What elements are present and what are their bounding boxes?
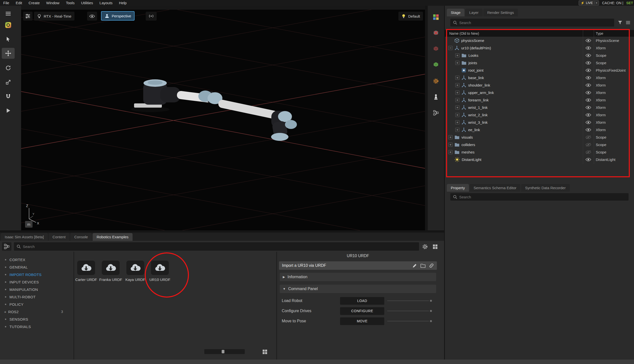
- visibility-menu-button[interactable]: [87, 12, 97, 20]
- tree-row[interactable]: +jointsScope: [445, 59, 634, 66]
- asset-kaya-urdf[interactable]: Kaya URDF: [122, 260, 149, 282]
- prim-name[interactable]: ee_link: [468, 128, 480, 132]
- examples-search[interactable]: [14, 242, 419, 251]
- assets-library-button[interactable]: [430, 12, 442, 22]
- tab-layer[interactable]: Layer: [465, 9, 483, 16]
- category-input-devices[interactable]: INPUT DEVICES: [0, 278, 74, 286]
- physics-cube-button[interactable]: [430, 44, 442, 54]
- tree-row[interactable]: +ee_linkXform: [445, 126, 634, 134]
- link-icon[interactable]: [429, 263, 434, 268]
- renderer-selector[interactable]: RTX - Real-Time: [34, 12, 75, 20]
- tab-isaac-sim-assets-beta-[interactable]: Isaac Sim Assets [Beta]: [1, 233, 48, 241]
- move-button[interactable]: MOVE: [340, 318, 384, 325]
- collapse-toggle[interactable]: −: [448, 46, 453, 50]
- prim-name[interactable]: shoulder_link: [468, 83, 490, 87]
- expand-toggle[interactable]: +: [455, 61, 460, 65]
- expand-toggle[interactable]: +: [448, 142, 453, 147]
- camera-selector[interactable]: Perspective: [101, 11, 135, 20]
- omniverse-apps-button[interactable]: [2, 20, 15, 30]
- simulation-pawn-button[interactable]: [430, 92, 442, 102]
- expand-toggle[interactable]: +: [448, 150, 453, 154]
- tab-synthetic-data-recorder[interactable]: Synthetic Data Recorder: [521, 184, 569, 192]
- category-tutorials[interactable]: TUTORIALS: [0, 323, 74, 330]
- open-folder-icon[interactable]: [420, 263, 426, 268]
- tab-semantics-schema-editor[interactable]: Semantics Schema Editor: [470, 184, 521, 192]
- menu-create[interactable]: Create: [25, 1, 43, 5]
- menu-help[interactable]: Help: [116, 1, 130, 5]
- visibility-toggle[interactable]: [583, 54, 594, 57]
- delete-prim-button[interactable]: [430, 28, 442, 38]
- visibility-toggle[interactable]: [583, 83, 594, 87]
- tree-row[interactable]: +visualsScope: [445, 134, 634, 141]
- tree-row[interactable]: +collidersScope: [445, 141, 634, 148]
- prim-name[interactable]: wrist_3_link: [468, 120, 488, 124]
- category-cortex[interactable]: CORTEX: [0, 256, 74, 263]
- prim-name[interactable]: wrist_2_link: [468, 113, 488, 117]
- scale-tool-button[interactable]: [2, 76, 15, 88]
- tree-row[interactable]: root_jointPhysicsFixedJoint: [445, 66, 634, 74]
- prim-name[interactable]: upper_arm_link: [468, 90, 494, 95]
- select-tool-button[interactable]: [2, 34, 15, 45]
- filter-icon[interactable]: [618, 20, 622, 25]
- prim-name[interactable]: forearm_link: [468, 98, 489, 102]
- edit-icon[interactable]: [412, 263, 417, 268]
- expand-toggle[interactable]: +: [455, 106, 460, 110]
- play-tool-button[interactable]: [2, 105, 15, 116]
- tree-row[interactable]: DistantLightDistantLight: [445, 156, 634, 163]
- prim-name[interactable]: visuals: [462, 135, 473, 139]
- column-name[interactable]: Name (Old to New): [445, 32, 583, 36]
- prim-name[interactable]: physicsScene: [461, 38, 484, 43]
- list-view-icon[interactable]: [625, 20, 630, 25]
- tree-row[interactable]: +upper_arm_linkXform: [445, 89, 634, 96]
- asset-franka-urdf[interactable]: Franka URDF: [97, 260, 124, 282]
- asset-ur10-urdf[interactable]: UR10 URDF: [146, 260, 173, 282]
- browser-options-button[interactable]: [2, 242, 12, 251]
- visibility-toggle[interactable]: [583, 113, 594, 117]
- tree-row[interactable]: +meshesScope: [445, 148, 634, 156]
- tree-row[interactable]: +shoulder_linkXform: [445, 81, 634, 89]
- render-cube-button[interactable]: [430, 59, 442, 70]
- tree-row[interactable]: −ur10 (defaultPrim)Xform: [445, 44, 634, 52]
- tree-row[interactable]: +forearm_linkXform: [445, 96, 634, 104]
- category-import-robots[interactable]: IMPORT ROBOTS: [0, 271, 74, 278]
- menu-utilities[interactable]: Utilities: [78, 1, 96, 5]
- prim-name[interactable]: colliders: [462, 142, 475, 147]
- graph-editor-button[interactable]: [430, 107, 442, 118]
- section-information[interactable]: ▶ Information: [280, 273, 436, 281]
- tab-console[interactable]: Console: [70, 233, 92, 241]
- tab-property[interactable]: Property: [447, 184, 469, 192]
- visibility-toggle[interactable]: [583, 91, 594, 94]
- live-indicator[interactable]: ⚡ LIVE ▾: [579, 0, 599, 6]
- thumbnail-size-slider[interactable]: [204, 349, 245, 354]
- tree-row[interactable]: +wrist_1_linkXform: [445, 104, 634, 111]
- prim-name[interactable]: meshes: [462, 150, 475, 154]
- expand-toggle[interactable]: +: [455, 53, 460, 58]
- prim-name[interactable]: ur10 (defaultPrim): [461, 46, 491, 50]
- visibility-toggle[interactable]: [583, 98, 594, 102]
- category-policy[interactable]: POLICY: [0, 300, 74, 308]
- chevron-down-icon[interactable]: ▾: [594, 2, 597, 4]
- tree-row[interactable]: +LooksScope: [445, 52, 634, 59]
- visibility-toggle[interactable]: [583, 158, 594, 162]
- prim-name[interactable]: wrist_1_link: [468, 106, 488, 110]
- prim-name[interactable]: root_joint: [468, 68, 484, 72]
- cloud-download-icon[interactable]: [126, 260, 144, 275]
- expand-toggle[interactable]: +: [455, 120, 460, 124]
- expand-toggle[interactable]: +: [455, 83, 460, 87]
- tree-row[interactable]: +wrist_3_linkXform: [445, 118, 634, 126]
- category-ros2[interactable]: +ROS23: [0, 308, 74, 316]
- expand-toggle[interactable]: +: [448, 135, 453, 139]
- visibility-toggle[interactable]: [583, 106, 594, 109]
- expand-toggle[interactable]: +: [455, 98, 460, 102]
- menu-tools[interactable]: Tools: [63, 1, 78, 5]
- menu-window[interactable]: Window: [43, 1, 63, 5]
- viewport[interactable]: RTX - Real-Time Perspective Default Z Y …: [21, 10, 425, 230]
- expand-toggle[interactable]: +: [455, 76, 460, 80]
- visibility-toggle[interactable]: [583, 136, 594, 139]
- expand-toggle[interactable]: +: [455, 128, 460, 132]
- category-multi-robot[interactable]: MULTI-ROBOT: [0, 293, 74, 300]
- grid-view-icon[interactable]: [433, 244, 438, 250]
- tree-row[interactable]: physicsScenePhysicsScene: [445, 37, 634, 44]
- expand-toggle[interactable]: +: [455, 90, 460, 95]
- tab-render-settings[interactable]: Render Settings: [483, 9, 518, 16]
